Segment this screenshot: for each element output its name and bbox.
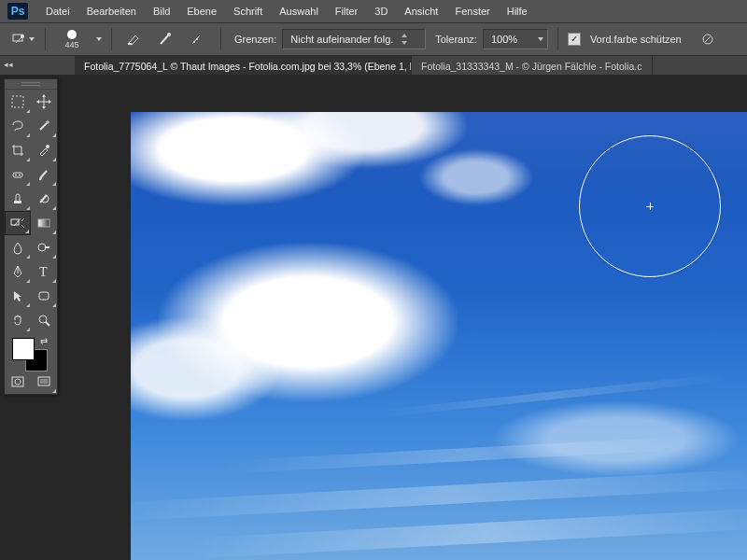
limits-label: Grenzen: — [234, 34, 276, 45]
svg-marker-11 — [42, 94, 46, 97]
tablet-pressure-size-icon[interactable] — [153, 28, 179, 50]
svg-point-6 — [196, 38, 198, 40]
menu-bar: Ps Datei Bearbeiten Bild Ebene Schrift A… — [0, 0, 747, 23]
protect-fg-label: Vord.farbe schützen — [590, 34, 682, 45]
healing-brush-tool[interactable] — [5, 162, 31, 187]
svg-line-31 — [46, 322, 49, 326]
svg-rect-35 — [40, 379, 48, 384]
lasso-tool[interactable] — [5, 114, 31, 138]
color-swatches: ⇄ — [5, 332, 57, 370]
menu-file[interactable]: Datei — [37, 0, 78, 22]
history-brush-tool[interactable] — [31, 187, 57, 211]
limits-value: Nicht aufeinander folg. — [290, 34, 393, 45]
svg-text:T: T — [39, 265, 48, 279]
menu-type[interactable]: Schrift — [225, 0, 271, 22]
svg-point-2 — [21, 35, 24, 38]
svg-marker-14 — [49, 100, 51, 104]
document-canvas[interactable] — [131, 112, 747, 560]
svg-point-30 — [39, 315, 47, 323]
collapse-handle-icon[interactable]: ◂◂ — [4, 60, 13, 69]
svg-point-4 — [167, 33, 171, 36]
hand-tool[interactable] — [5, 308, 31, 332]
menu-select[interactable]: Auswahl — [271, 0, 327, 22]
svg-rect-23 — [38, 219, 49, 227]
menu-layer[interactable]: Ebene — [178, 0, 225, 22]
eyedropper-tool[interactable] — [31, 138, 57, 162]
document-tab-active[interactable]: Fotolia_7775064_L © Thaut Images - Fotol… — [75, 56, 412, 77]
clone-stamp-tool[interactable] — [5, 187, 31, 211]
background-eraser-tool[interactable] — [5, 211, 31, 235]
svg-marker-7 — [402, 34, 407, 37]
svg-rect-10 — [12, 96, 23, 107]
shape-tool[interactable] — [31, 284, 57, 308]
menu-window[interactable]: Fenster — [446, 0, 498, 22]
svg-marker-12 — [42, 106, 46, 109]
menu-3d[interactable]: 3D — [366, 0, 396, 22]
tolerance-combo[interactable]: 100% — [483, 29, 548, 49]
foreground-color-swatch[interactable] — [12, 338, 35, 360]
menu-edit[interactable]: Bearbeiten — [78, 0, 145, 22]
pen-tool[interactable] — [5, 259, 31, 284]
quick-mask-tool[interactable] — [5, 370, 31, 394]
svg-line-15 — [40, 123, 47, 130]
dodge-tool[interactable] — [31, 235, 57, 259]
svg-rect-3 — [128, 43, 132, 45]
document-tab-inactive-label: Fotolia_31333343_M - © Jürgen Fälchle - … — [421, 61, 642, 72]
brush-size-value: 445 — [64, 40, 78, 49]
path-select-tool[interactable] — [5, 284, 31, 308]
airbrush-icon[interactable] — [185, 28, 211, 50]
gradient-tool[interactable] — [31, 211, 57, 235]
brush-panel-icon[interactable] — [121, 28, 148, 50]
tablet-pressure-opacity-icon[interactable] — [695, 28, 721, 50]
svg-point-19 — [19, 175, 21, 176]
zoom-tool[interactable] — [31, 308, 57, 332]
options-bar: 445 Grenzen: Nicht aufeinander folg. Tol… — [0, 23, 747, 56]
work-area: T ⇄ — [0, 75, 747, 560]
combo-arrows-icon — [401, 33, 408, 46]
magic-wand-tool[interactable] — [31, 114, 57, 138]
svg-point-18 — [15, 175, 17, 176]
svg-rect-17 — [13, 173, 22, 177]
svg-point-16 — [46, 145, 49, 148]
svg-point-5 — [193, 41, 195, 43]
svg-rect-29 — [39, 292, 49, 300]
app-logo: Ps — [7, 3, 28, 20]
svg-marker-8 — [402, 41, 407, 45]
menu-view[interactable]: Ansicht — [396, 0, 446, 22]
brush-preset-picker[interactable]: 445 — [55, 30, 89, 49]
svg-marker-13 — [36, 100, 39, 104]
tolerance-value: 100% — [491, 34, 517, 45]
brush-cursor — [579, 135, 721, 277]
active-tool-icon[interactable] — [9, 28, 35, 50]
menu-image[interactable]: Bild — [145, 0, 178, 22]
protect-fg-checkbox[interactable]: ✓ — [568, 33, 581, 46]
svg-point-33 — [15, 379, 21, 385]
menu-help[interactable]: Hilfe — [499, 0, 536, 22]
brush-tool[interactable] — [31, 162, 57, 187]
blur-tool[interactable] — [5, 235, 31, 259]
svg-rect-20 — [14, 201, 21, 203]
screen-mode-tool[interactable] — [31, 370, 57, 394]
toolbox-grip[interactable] — [5, 79, 57, 90]
crop-tool[interactable] — [5, 138, 31, 162]
move-tool[interactable] — [31, 90, 57, 114]
document-tab-active-label: Fotolia_7775064_L © Thaut Images - Fotol… — [84, 61, 412, 72]
svg-point-24 — [38, 244, 46, 251]
toolbox: T ⇄ — [4, 78, 58, 395]
menu-filter[interactable]: Filter — [327, 0, 366, 22]
tolerance-label: Toleranz: — [435, 34, 477, 45]
marquee-tool[interactable] — [5, 90, 31, 114]
swap-colors-icon[interactable]: ⇄ — [40, 336, 48, 346]
limits-combo[interactable]: Nicht aufeinander folg. — [282, 29, 426, 49]
svg-marker-28 — [14, 291, 21, 301]
type-tool[interactable]: T — [31, 259, 57, 284]
brush-dot-icon — [67, 30, 77, 39]
document-tab-inactive[interactable]: Fotolia_31333343_M - © Jürgen Fälchle - … — [412, 56, 653, 77]
